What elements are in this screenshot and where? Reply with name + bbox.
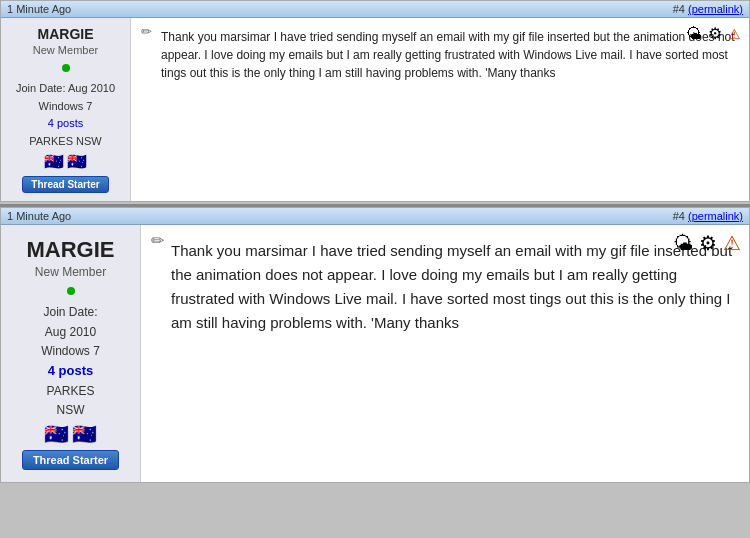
online-indicator-large	[67, 287, 75, 295]
location-line1-large: PARKES	[41, 382, 100, 401]
post-number-small: #4	[673, 3, 685, 15]
weather-icon-large[interactable]: 🌤	[673, 232, 693, 255]
post-body-small: MARGIE New Member Join Date: Aug 2010 Wi…	[1, 18, 749, 201]
thread-starter-badge-small: Thread Starter	[22, 176, 108, 193]
permalink-link-small[interactable]: (permalink)	[688, 3, 743, 15]
post-header-small: 1 Minute Ago #4 (permalink)	[1, 1, 749, 18]
user-title-large: New Member	[35, 265, 106, 279]
post-timestamp-large: 1 Minute Ago	[7, 210, 71, 222]
post-body-large: MARGIE New Member Join Date: Aug 2010 Wi…	[1, 225, 749, 482]
post-header-large: 1 Minute Ago #4 (permalink)	[1, 208, 749, 225]
location-line2-large: NSW	[41, 401, 100, 420]
post-large: 1 Minute Ago #4 (permalink) MARGIE New M…	[0, 207, 750, 483]
username-large: MARGIE	[27, 237, 115, 263]
flag1-large: 🇦🇺	[44, 424, 69, 444]
flag2-small: 🇦🇺	[67, 154, 87, 170]
gear-icon-small[interactable]: ⚙	[708, 24, 722, 43]
user-title-small: New Member	[33, 44, 98, 56]
online-indicator-small	[62, 64, 70, 72]
user-meta-large: Join Date: Aug 2010 Windows 7 4 posts PA…	[41, 303, 100, 420]
weather-icon-small[interactable]: 🌤	[686, 25, 702, 43]
post-permalink-large[interactable]: #4 (permalink)	[673, 210, 743, 222]
join-date-line1-large: Join Date:	[41, 303, 100, 322]
location-small: PARKES NSW	[16, 133, 115, 151]
post-icons-small: 🌤 ⚙ ⚠	[686, 24, 741, 43]
post-count-large[interactable]: 4 posts	[48, 363, 94, 378]
post-timestamp-small: 1 Minute Ago	[7, 3, 71, 15]
post-number-large: #4	[673, 210, 685, 222]
user-sidebar-small: MARGIE New Member Join Date: Aug 2010 Wi…	[1, 18, 131, 201]
gear-icon-large[interactable]: ⚙	[699, 231, 717, 255]
join-date-small: Join Date: Aug 2010	[16, 80, 115, 98]
post-content-area-small: ✏ 🌤 ⚙ ⚠ Thank you marsimar I have tried …	[131, 18, 749, 201]
flags-small: 🇦🇺 🇦🇺	[44, 154, 87, 170]
user-sidebar-large: MARGIE New Member Join Date: Aug 2010 Wi…	[1, 225, 141, 482]
user-meta-small: Join Date: Aug 2010 Windows 7 4 posts PA…	[16, 80, 115, 150]
warn-icon-small[interactable]: ⚠	[728, 26, 741, 42]
post-content-area-large: ✏ 🌤 ⚙ ⚠ Thank you marsimar I have tried …	[141, 225, 749, 482]
post-icons-large: 🌤 ⚙ ⚠	[673, 231, 741, 255]
flag1-small: 🇦🇺	[44, 154, 64, 170]
edit-icon-small[interactable]: ✏	[141, 24, 157, 40]
join-date-line2-large: Aug 2010	[41, 323, 100, 342]
post-small: 1 Minute Ago #4 (permalink) MARGIE New M…	[0, 0, 750, 202]
os-small: Windows 7	[16, 98, 115, 116]
username-small: MARGIE	[38, 26, 94, 42]
post-permalink-small[interactable]: #4 (permalink)	[673, 3, 743, 15]
flag2-large: 🇦🇺	[72, 424, 97, 444]
os-large: Windows 7	[41, 342, 100, 361]
warn-icon-large[interactable]: ⚠	[723, 231, 741, 255]
edit-icon-large[interactable]: ✏	[151, 231, 167, 247]
thread-starter-badge-large: Thread Starter	[22, 450, 119, 470]
permalink-link-large[interactable]: (permalink)	[688, 210, 743, 222]
post-text-large: Thank you marsimar I have tried sending …	[151, 239, 739, 335]
flags-large: 🇦🇺 🇦🇺	[44, 424, 97, 444]
post-text-small: Thank you marsimar I have tried sending …	[141, 28, 739, 82]
post-count-small[interactable]: 4 posts	[48, 117, 83, 129]
